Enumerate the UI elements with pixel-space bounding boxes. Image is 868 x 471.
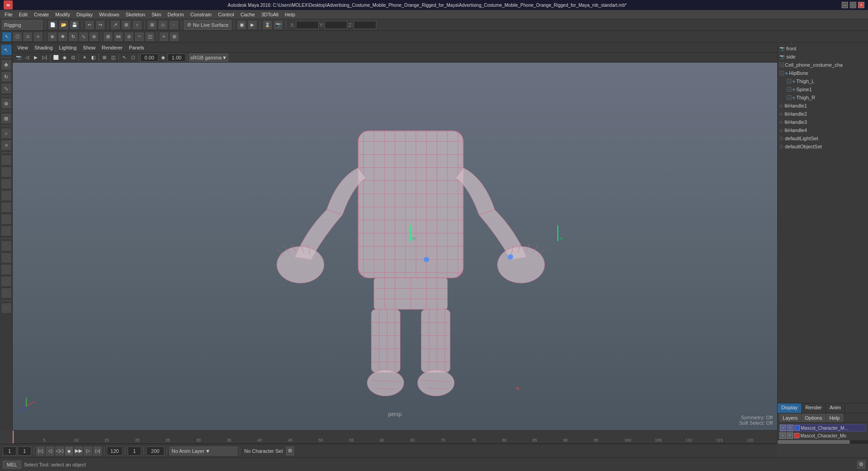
live-surface-btn[interactable]: ⊘ No Live Surface <box>184 20 232 30</box>
paint-left-btn[interactable]: ⌗ <box>1 140 12 151</box>
select-tool-btn[interactable]: ↖ <box>2 32 12 42</box>
scale-left-btn[interactable]: ⤡ <box>1 83 12 94</box>
minimize-btn[interactable]: ─ <box>842 2 848 8</box>
outliner-item-ik4[interactable]: ◇ IkHandle4 <box>778 126 868 134</box>
move-btn[interactable]: ✥ <box>58 32 68 42</box>
rotate-left-btn[interactable]: ↻ <box>1 71 12 82</box>
layer-item-1[interactable]: V P Mascot_Character_Mobile_P <box>779 424 866 432</box>
timeline-scrubber[interactable] <box>13 431 14 443</box>
menu-item-3dtoall[interactable]: 3DToAll <box>258 11 281 18</box>
vp-prev-btn[interactable]: ◁ <box>23 54 31 62</box>
menu-item-display[interactable]: Display <box>74 11 95 18</box>
outliner-item-cellphone[interactable]: + Cell_phone_costume_cha <box>778 61 868 69</box>
playback-total-input[interactable] <box>146 446 164 456</box>
toolL-btn[interactable] <box>1 288 12 299</box>
vp-texture-btn[interactable]: ⊡ <box>69 54 77 62</box>
lasso-left-btn[interactable]: ○ <box>1 128 12 139</box>
vp-cam-btn[interactable]: 📷 <box>15 54 23 62</box>
vp-sel-mode-btn[interactable]: ⬡ <box>129 54 137 62</box>
toolF-btn[interactable] <box>1 214 12 225</box>
x-input[interactable] <box>296 21 319 29</box>
toolH-btn[interactable] <box>1 240 12 251</box>
vp-mid-btn[interactable]: ◉ <box>159 54 167 62</box>
vp-light-btn[interactable]: ☀ <box>80 54 89 62</box>
outliner-item-spine1[interactable]: + ◈ Spine1 <box>778 85 868 93</box>
lasso-btn[interactable]: ○ <box>132 20 142 30</box>
stop-btn[interactable]: ■ <box>65 446 73 456</box>
plus-btn[interactable]: + <box>159 32 169 42</box>
toolD-btn[interactable] <box>1 190 12 201</box>
new-file-btn[interactable]: 📄 <box>48 20 58 30</box>
joints-btn[interactable]: ⋈ <box>113 32 123 42</box>
toolB-btn[interactable] <box>1 167 12 177</box>
y-input[interactable] <box>325 21 347 29</box>
display-tab-anim[interactable]: Anim <box>826 403 845 413</box>
history-btn[interactable]: ⌛ <box>262 20 272 30</box>
bottom-right-scrollbar[interactable] <box>778 440 868 444</box>
layers-sub-tab[interactable]: Layers <box>779 414 801 422</box>
toolG-btn[interactable] <box>1 226 12 236</box>
outliner-content[interactable]: 📷 persp 📷 top 📷 front 📷 side + Cell_phon <box>778 27 868 427</box>
toolM-btn[interactable]: · <box>1 303 12 314</box>
select-left-btn[interactable]: ↖ <box>1 44 12 55</box>
surface-tool-btn[interactable]: ◫ <box>145 32 155 42</box>
paint-btn[interactable]: ⌗ <box>33 32 43 42</box>
soft-mod-btn[interactable]: ⊚ <box>89 32 99 42</box>
render-quality-dropdown[interactable]: sRGB gamma ▼ <box>189 54 228 62</box>
playback-end-input[interactable] <box>107 446 123 456</box>
toolI-btn[interactable] <box>1 252 12 263</box>
settings-btn[interactable]: ⚙ <box>857 461 865 469</box>
prev-frame-btn[interactable]: |◁ <box>36 446 44 456</box>
char-set-settings[interactable]: ⚙ <box>286 446 294 456</box>
anim-layer-dropdown[interactable]: No Anim Layer ▼ <box>169 446 237 456</box>
z-input[interactable] <box>354 21 376 29</box>
panels-menu[interactable]: Panels <box>126 44 147 51</box>
step-back-btn[interactable]: ◁ <box>46 446 54 456</box>
menu-item-file[interactable]: File <box>2 11 15 18</box>
layer2-p-check[interactable]: P <box>787 432 793 439</box>
play-back-btn[interactable]: ◁◁ <box>55 446 64 456</box>
outliner-item-front[interactable]: 📷 front <box>778 44 868 53</box>
vp-grid-btn[interactable]: ⊞ <box>100 54 108 62</box>
outliner-item-thigh-r[interactable]: + ◈ Thigh_R <box>778 93 868 102</box>
menu-item-control[interactable]: Control <box>215 11 237 18</box>
menu-item-modify[interactable]: Modify <box>53 11 73 18</box>
toolK-btn[interactable] <box>1 276 12 287</box>
play-fwd-btn[interactable]: ▶▶ <box>74 446 83 456</box>
camera-btn[interactable]: 📷 <box>273 20 283 30</box>
renderer-menu[interactable]: Renderer <box>99 44 125 51</box>
display-tab-render[interactable]: Render <box>802 403 826 413</box>
menu-item-skin[interactable]: Skin <box>149 11 164 18</box>
scale-btn[interactable]: ⤡ <box>79 32 89 42</box>
move-left-btn[interactable]: ✥ <box>1 59 12 70</box>
layer-item-2[interactable]: V P Mascot_Character_Mo <box>779 432 866 439</box>
frame-btn[interactable]: ⊞ <box>169 32 179 42</box>
render-btn[interactable]: ▶ <box>247 20 257 30</box>
curve-tool-btn[interactable]: ~ <box>134 32 144 42</box>
transform-btn[interactable]: ⊕ <box>47 32 57 42</box>
show-manip-btn[interactable]: ⊞ <box>103 32 113 42</box>
undo-btn[interactable]: ↩ <box>84 20 94 30</box>
restore-btn[interactable]: □ <box>850 2 856 8</box>
outliner-item-ik3[interactable]: ◇ IkHandle3 <box>778 118 868 126</box>
show-menu[interactable]: Show <box>80 44 99 51</box>
menu-item-skeleton[interactable]: Skeleton <box>123 11 148 18</box>
menu-item-cache[interactable]: Cache <box>238 11 258 18</box>
snap-grid-btn[interactable]: ⊞ <box>147 20 157 30</box>
layer1-v-check[interactable]: V <box>780 425 786 431</box>
save-file-btn[interactable]: 💾 <box>69 20 79 30</box>
show-manip-left-btn[interactable]: ⊞ <box>1 113 12 124</box>
outliner-item-ik2[interactable]: ◇ IkHandle2 <box>778 110 868 118</box>
step-fwd-btn[interactable]: ▷ <box>84 446 92 456</box>
select-all-btn[interactable]: ⊞ <box>121 20 131 30</box>
snap-pt-btn[interactable]: · <box>169 20 179 30</box>
toolJ-btn[interactable] <box>1 264 12 275</box>
vp-hud-btn[interactable]: ◫ <box>109 54 117 62</box>
outliner-item-side[interactable]: 📷 side <box>778 53 868 61</box>
vp-sel-mask-btn[interactable]: ↖ <box>120 54 128 62</box>
vp-end-btn[interactable]: ▷| <box>40 54 49 62</box>
view-menu[interactable]: View <box>15 44 31 51</box>
mode-dropdown[interactable]: Rigging <box>2 20 43 30</box>
paint-sel-btn[interactable]: ⬡ <box>12 32 22 42</box>
layer2-v-check[interactable]: V <box>779 432 786 439</box>
